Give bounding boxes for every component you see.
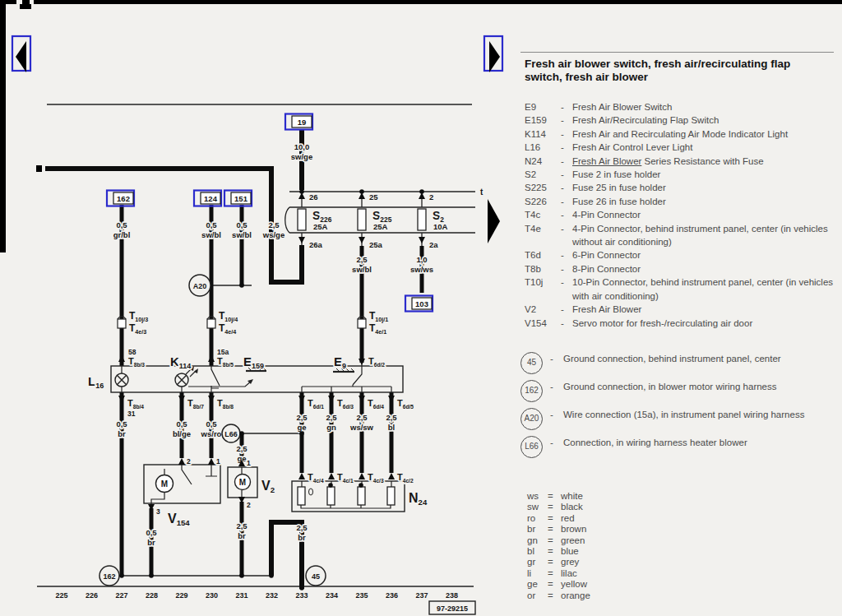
- legend-ground-row: 45-Ground connection, behind instrument …: [520, 352, 841, 374]
- wire-color-name: blue: [561, 546, 590, 557]
- motor-m: M: [239, 478, 246, 487]
- legend-ground-row: 162-Ground connection, in blower motor w…: [520, 380, 841, 402]
- wire-arrow-icon: [359, 473, 365, 479]
- junction-dot: [239, 283, 244, 288]
- legend-desc: Servo motor for fresh-/recirculating air…: [572, 317, 837, 330]
- wire-arrow-icon: [178, 396, 185, 402]
- wire-label: 10,0: [294, 142, 310, 151]
- wire-arrow-icon: [118, 396, 125, 402]
- wire-label: 25A: [313, 222, 328, 231]
- wire-color-row: ws=white: [527, 491, 590, 502]
- wire-label: T4e/4: [219, 322, 236, 336]
- ground-legend-list: 45-Ground connection, behind instrument …: [520, 352, 841, 464]
- nav-next-button[interactable]: [484, 36, 502, 72]
- legend-desc: Ground connection, behind instrument pan…: [563, 352, 841, 374]
- wire-color-name: brown: [561, 524, 590, 535]
- wire-label: 58: [128, 348, 136, 356]
- legend-code: S226: [525, 195, 561, 208]
- legend-row: V2-Fresh Air Blower: [525, 303, 837, 316]
- wire-arrow-icon: [298, 396, 305, 402]
- component-label: E9: [334, 354, 346, 370]
- wire-label: 26: [309, 192, 318, 201]
- wire-label: 0,5: [146, 528, 157, 537]
- legend-dash: -: [561, 155, 572, 168]
- wire-color-abbr: br: [527, 524, 548, 535]
- track-number: 236: [386, 591, 398, 600]
- wire-color-abbr: li: [527, 568, 548, 579]
- legend-desc: Fresh Air and Recirculating Air Mode Ind…: [572, 127, 837, 141]
- ground-circle-badge: A20: [520, 408, 543, 430]
- wire-label: 2: [429, 192, 433, 201]
- wire-label: 0,5: [176, 419, 187, 428]
- nav-prev-button[interactable]: [12, 36, 30, 72]
- legend-row: T10j-10-Pin Connector, behind instrument…: [525, 276, 837, 303]
- wire-label: 2,5: [356, 255, 368, 264]
- wire-arrow-icon: [388, 396, 395, 402]
- legend-panel: Fresh air blower switch, fresh air/recir…: [510, 0, 842, 616]
- wire-label: T10j/1: [369, 310, 388, 323]
- legend-dash: -: [550, 408, 563, 430]
- wire-label: ws/sw: [349, 423, 374, 432]
- wire-arrow-icon: [118, 355, 125, 362]
- wire-label: 0,5: [236, 220, 248, 229]
- wire-color-eq: =: [548, 535, 561, 546]
- wire-arrow-icon: [178, 458, 185, 465]
- legend-dash: -: [561, 181, 572, 194]
- track-number: 232: [266, 591, 278, 600]
- wire-color-abbr: gn: [527, 535, 548, 546]
- junction-dot: [328, 483, 333, 488]
- legend-dash: -: [561, 127, 572, 141]
- legend-code: T4c: [525, 208, 561, 221]
- wire-label: T4c/3: [368, 472, 384, 484]
- component-label: V154: [168, 512, 190, 527]
- wire-color-row: or=orange: [527, 591, 590, 601]
- legend-desc: 6-Pin Connector: [572, 248, 837, 262]
- wire-label: 3: [156, 507, 160, 516]
- legend-dash: -: [550, 380, 563, 402]
- wire-label: ws/ge: [262, 230, 285, 239]
- wire-color-name: green: [561, 535, 590, 546]
- wire-label: T8b/3: [128, 356, 145, 368]
- wire-arrow-icon: [388, 473, 395, 479]
- legend-row: E159-Fresh Air/Recirculating Flap Switch: [525, 113, 837, 127]
- legend-code: V154: [525, 317, 561, 330]
- wire-color-eq: =: [548, 546, 561, 557]
- wire-color-legend: ws=whitesw=blackro=redbr=browngn=greenbl…: [527, 491, 590, 601]
- track-number: 233: [295, 591, 308, 600]
- wire-label: 0,5: [116, 419, 127, 428]
- wire-label: sw/ge: [291, 152, 312, 161]
- legend-row: E9-Fresh Air Blower Switch: [525, 100, 837, 113]
- legend-desc: Fuse 2 in fuse holder: [572, 168, 837, 181]
- wire-label: 2,5: [296, 413, 308, 422]
- diagram-stamp: 97-29215: [437, 604, 468, 613]
- track-number: 238: [446, 591, 458, 600]
- wire-arrow-icon: [359, 359, 365, 365]
- wire-color-name: black: [561, 502, 590, 512]
- legend-dash: -: [550, 436, 563, 458]
- legend-dash: -: [561, 208, 572, 221]
- connection-circle-label: 162: [103, 572, 115, 581]
- wire-label: 25a: [369, 240, 383, 249]
- wire-label: sw/bl: [352, 265, 372, 274]
- legend-code: S225: [525, 181, 561, 194]
- switch-panel-box: [111, 366, 403, 392]
- wire-label: t: [480, 188, 483, 197]
- wire-arrow-icon: [419, 237, 425, 243]
- wire-arrow-icon: [298, 473, 305, 479]
- track-number: 237: [415, 591, 428, 600]
- page-ref-label: 151: [234, 194, 248, 203]
- wire-color-abbr: gr: [527, 557, 548, 567]
- wire-label: sw/ws: [410, 265, 433, 274]
- component-label: L16: [88, 374, 104, 390]
- wire-color-eq: =: [548, 591, 561, 601]
- component-legend-list: E9-Fresh Air Blower SwitchE159-Fresh Air…: [525, 100, 837, 330]
- connection-circle-label: A20: [193, 282, 207, 290]
- wire-label: T4c/4: [308, 472, 324, 484]
- wire-arrow-icon: [208, 458, 215, 465]
- legend-ground-row: A20-Wire connection (15a), in instrument…: [520, 408, 841, 430]
- wire-color-eq: =: [548, 524, 561, 535]
- wire-label: 10A: [433, 222, 448, 231]
- wire-label: T4c/2: [397, 472, 414, 484]
- junction-dot: [299, 431, 304, 436]
- legend-desc: Connection, in wiring harness heater blo…: [563, 436, 841, 458]
